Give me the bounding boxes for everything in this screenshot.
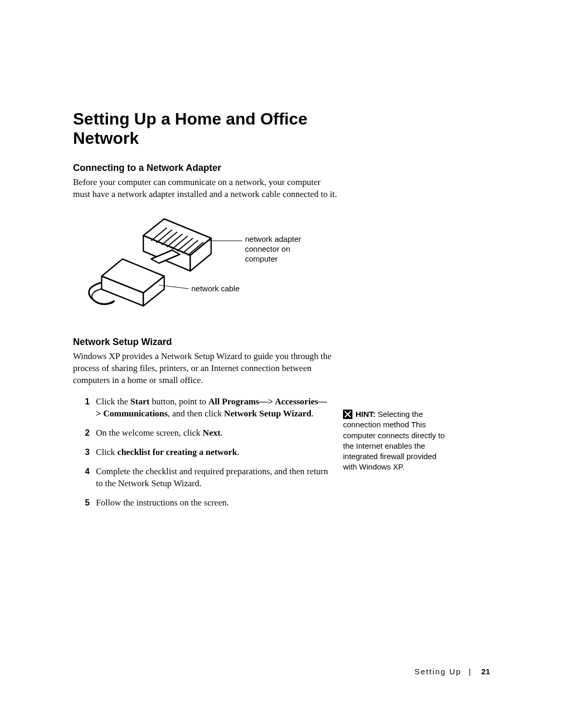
step-number: 1 xyxy=(73,396,96,420)
paragraph-wizard: Windows XP provides a Network Setup Wiza… xyxy=(73,351,339,387)
t: checklist for creating a network xyxy=(117,447,237,457)
paragraph-connecting: Before your computer can communicate on … xyxy=(73,177,339,201)
t: . xyxy=(221,428,223,438)
step-number: 2 xyxy=(73,427,96,439)
pencil-icon xyxy=(343,410,352,419)
subheading-wizard: Network Setup Wizard xyxy=(73,337,339,348)
t: Click the xyxy=(96,397,130,406)
footer-page-number: 21 xyxy=(481,667,490,676)
step-text: Click the Start button, point to All Pro… xyxy=(96,396,328,420)
step-number: 3 xyxy=(73,447,96,459)
figure-label-adapter: network adapter connector on computer xyxy=(245,235,318,264)
steps-list: 1 Click the Start button, point to All P… xyxy=(73,396,328,509)
t: Start xyxy=(130,397,150,406)
t: , and then click xyxy=(168,409,224,418)
t: Network Setup Wizard xyxy=(224,409,312,418)
subheading-connecting: Connecting to a Network Adapter xyxy=(73,163,339,174)
step-5: 5 Follow the instructions on the screen. xyxy=(73,497,328,509)
network-adapter-figure: network adapter connector on computer ne… xyxy=(73,209,339,324)
hint-sidebar: HINT: Selecting the connection method Th… xyxy=(343,409,447,473)
t: button, point to xyxy=(150,397,209,406)
main-column: Setting Up a Home and Office Network Con… xyxy=(73,109,339,509)
step-2: 2 On the welcome screen, click Next. xyxy=(73,427,328,439)
step-1: 1 Click the Start button, point to All P… xyxy=(73,396,328,420)
step-text: On the welcome screen, click Next. xyxy=(96,427,328,439)
t: . xyxy=(311,409,313,418)
step-4: 4 Complete the checklist and required pr… xyxy=(73,466,328,490)
network-adapter-illustration xyxy=(73,209,339,324)
t: Next xyxy=(203,428,221,438)
document-page: Setting Up a Home and Office Network Con… xyxy=(0,0,563,728)
step-3: 3 Click checklist for creating a network… xyxy=(73,447,328,459)
t: . xyxy=(237,447,239,457)
step-text: Follow the instructions on the screen. xyxy=(96,497,328,509)
step-text: Click checklist for creating a network. xyxy=(96,447,328,459)
step-number: 5 xyxy=(73,497,96,509)
footer-separator: | xyxy=(469,667,471,676)
t: On the welcome screen, click xyxy=(96,428,203,438)
step-text: Complete the checklist and required prep… xyxy=(96,466,328,490)
page-title: Setting Up a Home and Office Network xyxy=(73,109,339,148)
page-footer: Setting Up | 21 xyxy=(414,667,490,676)
hint-label: HINT: xyxy=(356,410,375,418)
footer-section: Setting Up xyxy=(414,667,461,676)
step-number: 4 xyxy=(73,466,96,490)
figure-label-cable: network cable xyxy=(191,284,240,294)
t: Click xyxy=(96,447,117,457)
